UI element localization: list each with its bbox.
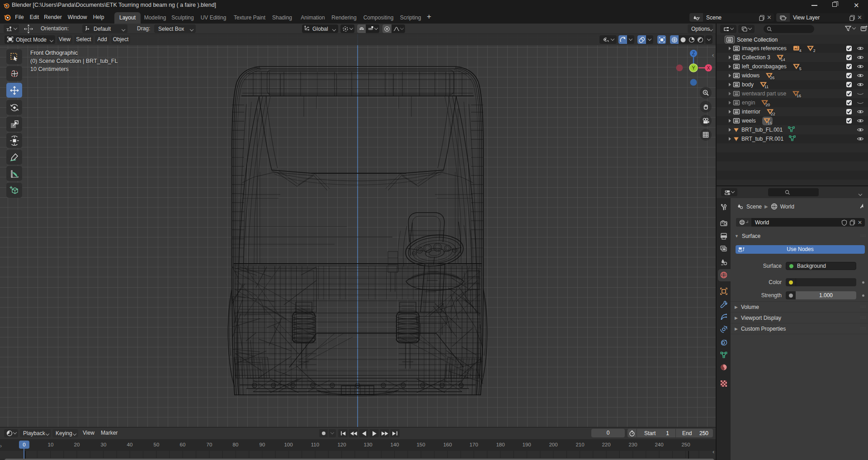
svg-text:Z: Z xyxy=(692,51,695,56)
svg-text:Y: Y xyxy=(692,65,695,71)
svg-text:X: X xyxy=(707,66,710,71)
